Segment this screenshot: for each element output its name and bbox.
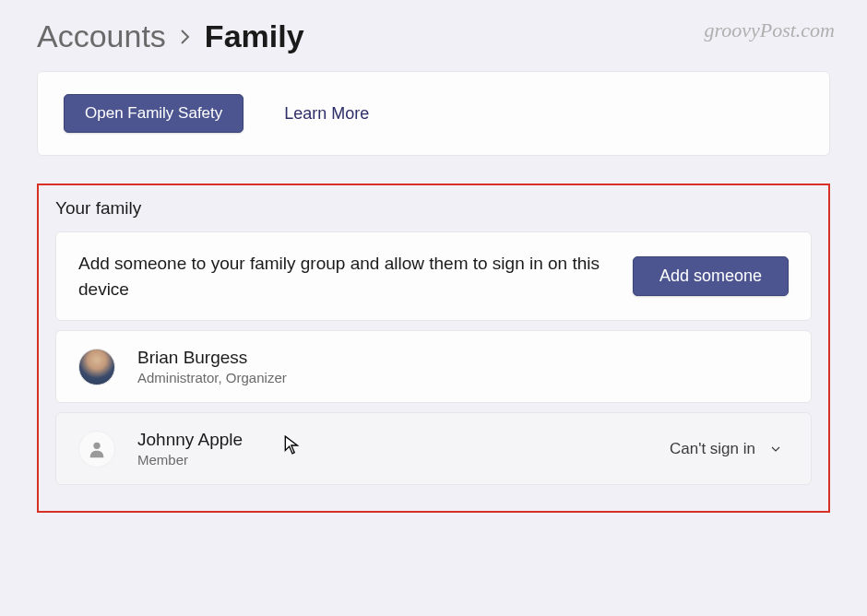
your-family-section: Your family Add someone to your family g… [37, 184, 830, 513]
person-icon [87, 439, 107, 459]
add-someone-card: Add someone to your family group and all… [55, 231, 812, 321]
avatar [78, 349, 115, 385]
member-name: Brian Burgess [137, 348, 789, 368]
member-role: Member [137, 452, 670, 468]
watermark: groovyPost.com [704, 18, 835, 42]
family-member-row[interactable]: Johnny Apple Member Can't sign in [55, 412, 812, 485]
chevron-down-icon[interactable] [768, 442, 783, 456]
section-title: Your family [55, 198, 812, 219]
learn-more-link[interactable]: Learn More [284, 104, 369, 124]
member-name: Johnny Apple [137, 430, 670, 450]
svg-point-0 [93, 442, 100, 448]
add-someone-description: Add someone to your family group and all… [78, 251, 633, 302]
add-someone-button[interactable]: Add someone [633, 256, 789, 296]
page-title: Family [205, 18, 304, 54]
breadcrumb-parent[interactable]: Accounts [37, 18, 166, 54]
family-member-row[interactable]: Brian Burgess Administrator, Organizer [55, 330, 812, 403]
member-role: Administrator, Organizer [137, 370, 789, 385]
family-safety-card: Open Family Safety Learn More [37, 71, 830, 156]
chevron-right-icon [179, 27, 192, 52]
member-status: Can't sign in [670, 440, 755, 458]
open-family-safety-button[interactable]: Open Family Safety [64, 94, 243, 133]
avatar [78, 431, 115, 468]
